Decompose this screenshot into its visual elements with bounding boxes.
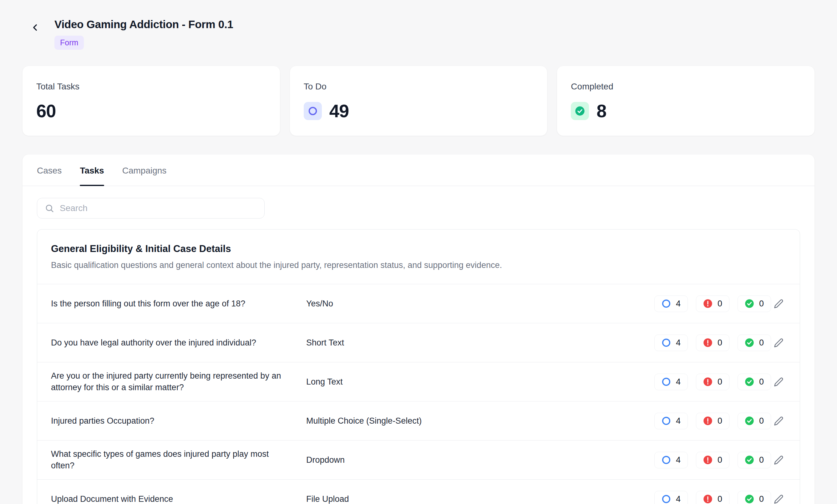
search-input[interactable] — [60, 203, 257, 213]
stat-card-todo: To Do 49 — [290, 66, 547, 136]
count-value: 4 — [676, 338, 681, 348]
stat-value: 60 — [36, 101, 56, 121]
error-count: 0 — [696, 295, 729, 312]
exclamation-circle-icon — [703, 338, 713, 347]
circle-outline-icon — [661, 416, 671, 426]
tab-cases[interactable]: Cases — [37, 155, 61, 186]
count-value: 0 — [759, 377, 764, 387]
task-type: Yes/No — [306, 299, 654, 309]
task-counts: 4 0 0 — [654, 374, 771, 390]
error-count: 0 — [696, 374, 729, 390]
task-question: Do you have legal authority over the inj… — [51, 337, 306, 348]
todo-circle-icon — [304, 102, 322, 120]
todo-count: 4 — [654, 413, 688, 429]
pencil-icon — [774, 416, 784, 426]
task-type: File Upload — [306, 494, 654, 504]
stat-value: 49 — [330, 101, 349, 121]
task-counts: 4 0 0 — [654, 335, 771, 351]
check-circle-icon — [745, 377, 754, 386]
task-counts: 4 0 0 — [654, 452, 771, 468]
task-type: Long Text — [306, 377, 654, 387]
tab-campaigns[interactable]: Campaigns — [122, 155, 167, 186]
done-count: 0 — [737, 491, 771, 504]
check-circle-icon — [745, 455, 754, 465]
done-count: 0 — [737, 335, 771, 351]
pencil-icon — [774, 338, 784, 348]
chevron-left-icon — [30, 22, 40, 33]
edit-button[interactable] — [771, 413, 786, 428]
count-value: 0 — [717, 338, 722, 348]
tab-tasks[interactable]: Tasks — [80, 155, 104, 186]
done-count: 0 — [737, 413, 771, 429]
count-value: 0 — [717, 416, 722, 426]
table-row: Do you have legal authority over the inj… — [37, 323, 800, 362]
exclamation-circle-icon — [703, 416, 713, 426]
search-wrap — [22, 186, 815, 218]
error-count: 0 — [696, 491, 729, 504]
page-title: Video Gaming Addiction - Form 0.1 — [54, 18, 233, 31]
todo-count: 4 — [654, 491, 688, 504]
circle-outline-icon — [661, 338, 671, 347]
stat-label: To Do — [304, 82, 534, 92]
check-circle-icon — [745, 338, 754, 347]
table-row: Upload Document with Evidence File Uploa… — [37, 479, 800, 504]
count-value: 0 — [759, 338, 764, 348]
completed-check-icon — [571, 102, 589, 120]
circle-outline-icon — [661, 299, 671, 308]
count-value: 4 — [676, 299, 681, 309]
task-question: What specific types of games does injure… — [51, 448, 306, 472]
edit-button[interactable] — [771, 374, 786, 389]
section-card: General Eligibility & Initial Case Detai… — [37, 229, 800, 504]
stat-label: Total Tasks — [36, 82, 266, 92]
count-value: 4 — [676, 494, 681, 504]
error-count: 0 — [696, 413, 729, 429]
edit-button[interactable] — [771, 296, 786, 311]
task-counts: 4 0 0 — [654, 295, 771, 312]
count-value: 0 — [759, 416, 764, 426]
title-block: Video Gaming Addiction - Form 0.1 Form — [54, 18, 233, 50]
stat-label: Completed — [571, 82, 801, 92]
section-description: Basic qualification questions and genera… — [51, 259, 786, 271]
done-count: 0 — [737, 452, 771, 468]
done-count: 0 — [737, 374, 771, 390]
section-title: General Eligibility & Initial Case Detai… — [51, 243, 786, 254]
circle-outline-icon — [661, 377, 671, 386]
check-circle-icon — [745, 416, 754, 426]
edit-button[interactable] — [771, 452, 786, 467]
pencil-icon — [774, 377, 784, 387]
todo-count: 4 — [654, 295, 688, 312]
search-icon — [45, 203, 54, 213]
error-count: 0 — [696, 335, 729, 351]
stat-card-completed: Completed 8 — [557, 66, 815, 136]
exclamation-circle-icon — [703, 299, 713, 308]
circle-outline-icon — [661, 455, 671, 465]
table-row: What specific types of games does injure… — [37, 440, 800, 479]
task-question: Is the person filling out this form over… — [51, 298, 306, 309]
table-row: Injured parties Occupation? Multiple Cho… — [37, 401, 800, 440]
search-box[interactable] — [37, 198, 265, 218]
count-value: 0 — [717, 455, 722, 465]
back-button[interactable] — [28, 20, 42, 35]
exclamation-circle-icon — [703, 455, 713, 465]
task-type: Dropdown — [306, 455, 654, 465]
todo-count: 4 — [654, 374, 688, 390]
todo-count: 4 — [654, 452, 688, 468]
todo-count: 4 — [654, 335, 688, 351]
stat-card-total-tasks: Total Tasks 60 — [22, 66, 280, 136]
table-row: Are you or the injured party currently b… — [37, 362, 800, 401]
done-count: 0 — [737, 295, 771, 312]
task-question: Injured parties Occupation? — [51, 415, 306, 427]
pencil-icon — [774, 455, 784, 465]
exclamation-circle-icon — [703, 377, 713, 386]
edit-button[interactable] — [771, 335, 786, 350]
main-card: Cases Tasks Campaigns General Eligibilit… — [22, 155, 815, 504]
task-question: Upload Document with Evidence — [51, 493, 306, 504]
check-circle-icon — [745, 494, 754, 504]
count-value: 4 — [676, 455, 681, 465]
count-value: 0 — [759, 299, 764, 309]
edit-button[interactable] — [771, 491, 786, 504]
stats-row: Total Tasks 60 To Do 49 Completed 8 — [22, 66, 815, 136]
count-value: 4 — [676, 377, 681, 387]
task-type: Short Text — [306, 338, 654, 348]
table-row: Is the person filling out this form over… — [37, 284, 800, 323]
